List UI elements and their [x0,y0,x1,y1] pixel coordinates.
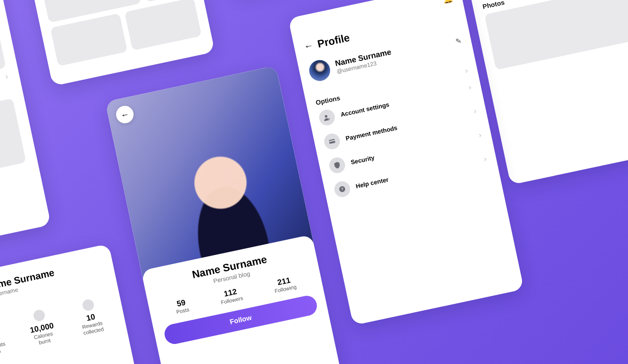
follow-button-label: Follow [229,314,252,326]
chevron-right-icon: › [478,130,482,139]
photo-placeholder [0,12,6,82]
media-placeholder [124,0,201,51]
chevron-right-icon: › [473,106,477,116]
help-icon: ? [333,180,352,198]
account-icon [317,108,336,127]
card-icon [323,132,341,150]
back-button[interactable]: ← [115,104,135,125]
photo-placeholder [485,0,628,70]
chevron-right-icon: › [468,82,472,92]
stat-icon-placeholder [82,298,95,312]
workouts-label-1: Workouts [0,340,6,351]
photo-profile-card: ← Name Surname Personal blog 59 Posts 11… [105,65,341,364]
avatar [307,58,332,83]
media-placeholder [50,13,127,66]
chevron-right-icon: › [483,154,487,163]
statistics-card: Name Surname @username Statistics 100 Wo… [0,244,156,364]
page-title: Profile [316,31,351,50]
shield-icon [328,156,347,174]
svg-point-0 [324,115,328,118]
follow-stats-card: @username 112 Followers 211 Following Fo… [15,0,215,86]
arrow-left-icon[interactable]: ← [303,39,314,52]
arrow-left-icon: ← [119,109,130,120]
edit-icon[interactable]: ✎ [455,36,462,45]
stat-icon-placeholder [32,309,46,322]
bell-icon[interactable]: 🔔 [442,0,453,5]
workouts-label-2: total [0,348,1,356]
video-placeholder [0,98,26,176]
chevron-right-icon: › [4,71,9,81]
